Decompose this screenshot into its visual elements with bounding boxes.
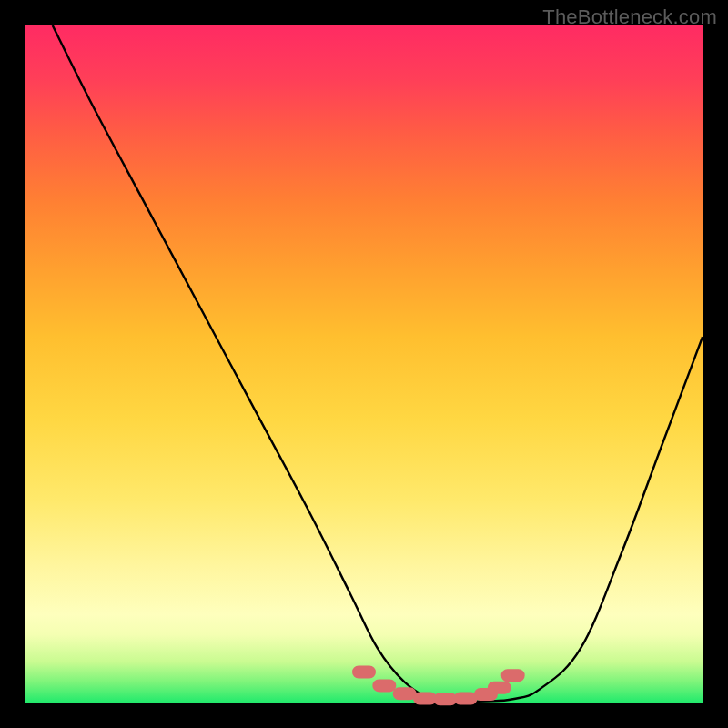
chart-plot-area <box>25 25 703 703</box>
chart-svg <box>25 25 703 703</box>
bottleneck-curve <box>53 25 703 702</box>
optimal-range-dots <box>359 672 519 700</box>
chart-frame: TheBottleneck.com <box>0 0 728 728</box>
watermark-text: TheBottleneck.com <box>542 5 717 29</box>
optimal-range-marker <box>359 672 519 700</box>
